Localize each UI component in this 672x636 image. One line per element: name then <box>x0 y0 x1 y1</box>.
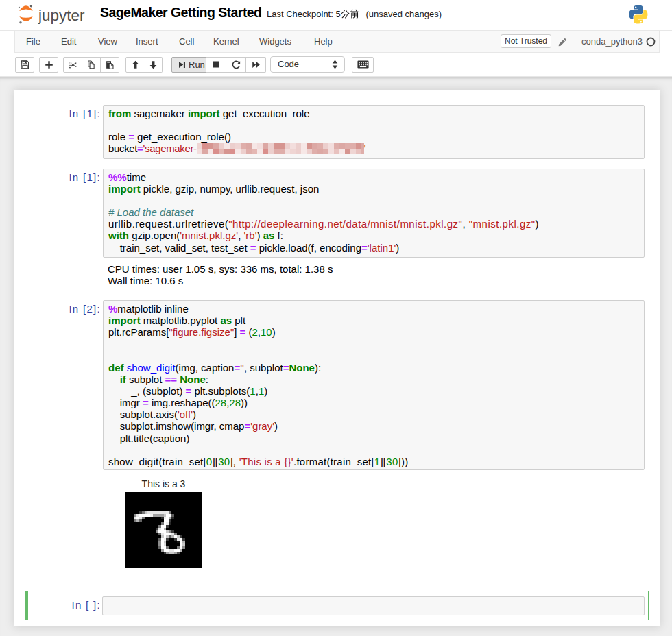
svg-text:jupyter: jupyter <box>38 7 85 24</box>
